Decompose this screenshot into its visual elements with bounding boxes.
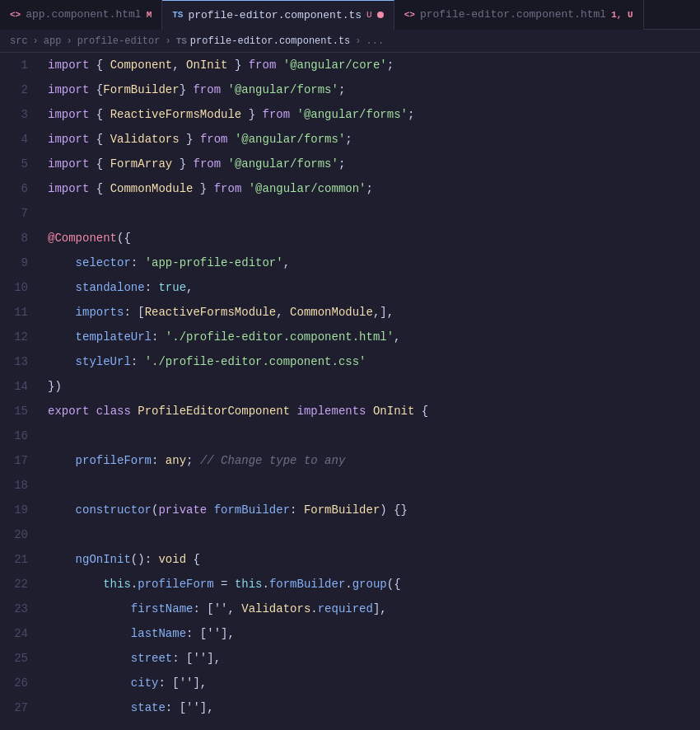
line-number: 18: [0, 473, 41, 498]
line-number: 7: [0, 201, 41, 226]
tab-app-html[interactable]: <> app.component.html M: [0, 0, 162, 30]
line-number: 22: [0, 572, 41, 597]
code-line: 14}): [0, 374, 700, 399]
line-number: 4: [0, 127, 41, 152]
line-content: standalone: true,: [41, 275, 700, 300]
line-content: state: [''],: [41, 695, 700, 720]
line-number: 6: [0, 176, 41, 201]
line-content: profileForm: any; // Change type to any: [41, 448, 700, 473]
line-number: 16: [0, 423, 41, 448]
line-content: templateUrl: './profile-editor.component…: [41, 325, 700, 349]
line-number: 11: [0, 300, 41, 325]
code-line: 16: [0, 423, 700, 448]
code-line: 20: [0, 522, 700, 547]
line-content: }): [41, 374, 700, 399]
tab-label: profile-editor.component.ts: [188, 9, 362, 21]
breadcrumb-profile-editor: profile-editor: [77, 35, 161, 47]
line-content: lastName: [''],: [41, 621, 700, 646]
tab-badge-m: M: [147, 10, 152, 20]
line-content: street: [''],: [41, 646, 700, 671]
code-line: 23 firstName: ['', Validators.required],: [0, 597, 700, 621]
line-number: 27: [0, 695, 41, 720]
breadcrumb-sep-1: ›: [33, 35, 39, 47]
line-number: 1: [0, 53, 41, 77]
tab-label: app.component.html: [26, 8, 141, 21]
line-content: @Component({: [41, 226, 700, 250]
code-line: 26 city: [''],: [0, 671, 700, 695]
breadcrumb-sep-4: ›: [355, 35, 361, 47]
tab-profile-ts[interactable]: TS profile-editor.component.ts U: [162, 0, 394, 30]
code-line: 21 ngOnInit(): void {: [0, 547, 700, 572]
line-number: 13: [0, 349, 41, 374]
tab-badge-1u: 1, U: [611, 10, 632, 20]
line-content: styleUrl: './profile-editor.component.cs…: [41, 349, 700, 374]
line-number: 9: [0, 250, 41, 275]
code-line: 11 imports: [ReactiveFormsModule, Common…: [0, 300, 700, 325]
line-number: 26: [0, 671, 41, 695]
line-number: 15: [0, 399, 41, 423]
ts-icon: TS: [172, 10, 183, 20]
line-content: selector: 'app-profile-editor',: [41, 250, 700, 275]
breadcrumb-sep-3: ›: [165, 35, 170, 47]
code-line: 3import { ReactiveFormsModule } from '@a…: [0, 102, 700, 127]
code-line: 1import { Component, OnInit } from '@ang…: [0, 53, 700, 77]
code-line: 22 this.profileForm = this.formBuilder.g…: [0, 572, 700, 597]
line-number: 20: [0, 522, 41, 547]
line-content: city: [''],: [41, 671, 700, 695]
line-content: import { ReactiveFormsModule } from '@an…: [41, 102, 700, 127]
breadcrumb-ts-icon: TS: [176, 36, 187, 46]
line-number: 14: [0, 374, 41, 399]
breadcrumb-sep-2: ›: [66, 35, 72, 47]
line-number: 12: [0, 325, 41, 349]
line-content: this.profileForm = this.formBuilder.grou…: [41, 572, 700, 597]
code-line: 8@Component({: [0, 226, 700, 250]
html-icon-2: <>: [404, 10, 415, 20]
code-line: 12 templateUrl: './profile-editor.compon…: [0, 325, 700, 349]
code-line: 10 standalone: true,: [0, 275, 700, 300]
line-content: ngOnInit(): void {: [41, 547, 700, 572]
code-line: 27 state: [''],: [0, 695, 700, 720]
code-line: 5import { FormArray } from '@angular/for…: [0, 152, 700, 176]
tab-label: profile-editor.component.html: [420, 8, 606, 21]
code-line: 25 street: [''],: [0, 646, 700, 671]
line-content: import { Component, OnInit } from '@angu…: [41, 53, 700, 77]
code-line: 7: [0, 201, 700, 226]
line-number: 3: [0, 102, 41, 127]
line-number: 17: [0, 448, 41, 473]
code-line: 9 selector: 'app-profile-editor',: [0, 250, 700, 275]
breadcrumb-src: src: [10, 35, 28, 47]
line-number: 25: [0, 646, 41, 671]
line-content: import { FormArray } from '@angular/form…: [41, 152, 700, 176]
line-content: imports: [ReactiveFormsModule, CommonMod…: [41, 300, 700, 325]
line-content: import { Validators } from '@angular/for…: [41, 127, 700, 152]
code-area: 1import { Component, OnInit } from '@ang…: [0, 53, 700, 730]
code-line: 2import {FormBuilder} from '@angular/for…: [0, 77, 700, 102]
code-line: 24 lastName: [''],: [0, 621, 700, 646]
line-number: 10: [0, 275, 41, 300]
line-number: 21: [0, 547, 41, 572]
line-number: 23: [0, 597, 41, 621]
code-line: 13 styleUrl: './profile-editor.component…: [0, 349, 700, 374]
tab-badge-u: U: [366, 10, 372, 20]
line-content: constructor(private formBuilder: FormBui…: [41, 498, 700, 522]
line-content: export class ProfileEditorComponent impl…: [41, 399, 700, 423]
breadcrumb-app: app: [44, 35, 62, 47]
breadcrumb-ellipsis: ...: [366, 35, 385, 47]
line-content: import { CommonModule } from '@angular/c…: [41, 176, 700, 201]
code-line: 6import { CommonModule } from '@angular/…: [0, 176, 700, 201]
code-line: 4import { Validators } from '@angular/fo…: [0, 127, 700, 152]
line-content: firstName: ['', Validators.required],: [41, 597, 700, 621]
line-number: 2: [0, 77, 41, 102]
tab-profile-html[interactable]: <> profile-editor.component.html 1, U: [394, 0, 644, 30]
breadcrumb-bar: src › app › profile-editor › TS profile-…: [0, 30, 700, 53]
breadcrumb-filename: profile-editor.component.ts: [190, 35, 350, 47]
code-line: 18: [0, 473, 700, 498]
code-line: 15export class ProfileEditorComponent im…: [0, 399, 700, 423]
code-line: 19 constructor(private formBuilder: Form…: [0, 498, 700, 522]
tab-bar: <> app.component.html M TS profile-edito…: [0, 0, 700, 30]
code-line: 17 profileForm: any; // Change type to a…: [0, 448, 700, 473]
line-number: 5: [0, 152, 41, 176]
line-content: import {FormBuilder} from '@angular/form…: [41, 77, 700, 102]
tab-dot: [377, 12, 384, 18]
line-number: 19: [0, 498, 41, 522]
